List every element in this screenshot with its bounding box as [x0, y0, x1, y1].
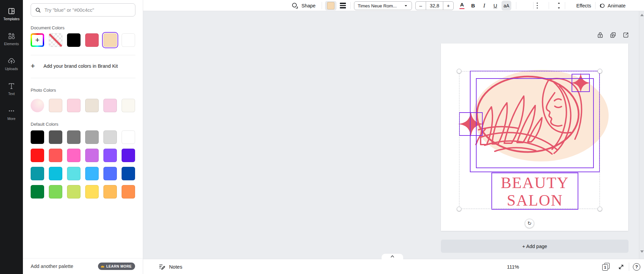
color-swatch[interactable] [49, 99, 62, 112]
color-swatch[interactable] [103, 149, 117, 162]
canva-editor: Templates Elements Uploads Text More Doc… [0, 0, 644, 274]
selection-outline[interactable] [459, 71, 600, 209]
color-swatch[interactable] [67, 99, 80, 112]
learn-more-badge[interactable]: LEARN MORE [98, 263, 135, 270]
color-swatch[interactable] [49, 130, 62, 144]
font-size-value[interactable]: 32,8 [426, 2, 443, 10]
color-swatch[interactable] [31, 185, 44, 199]
sidebar-item-elements[interactable]: Elements [0, 28, 23, 50]
status-bar: Notes 111% 1 ? [143, 259, 644, 274]
selection-actions [597, 31, 630, 39]
move-to-page-icon[interactable] [622, 31, 630, 39]
notes-button[interactable]: Notes [158, 259, 182, 274]
text-color-icon: A [459, 2, 464, 9]
zoom-percent: 111% [507, 259, 519, 274]
lock-icon[interactable] [597, 31, 604, 39]
fill-color-button[interactable] [325, 1, 336, 10]
text-color-button[interactable]: A [457, 1, 467, 10]
font-size-decrease[interactable]: – [416, 2, 426, 10]
color-swatch[interactable] [85, 99, 99, 112]
help-button[interactable]: ? [633, 259, 640, 274]
sidebar-item-templates[interactable]: Templates [0, 3, 23, 25]
border-weight-icon [340, 3, 346, 8]
divider [516, 2, 516, 9]
uppercase-button[interactable]: aA [502, 1, 511, 10]
expand-panel-tab[interactable] [382, 254, 403, 259]
color-search-input[interactable] [44, 7, 131, 13]
color-swatch[interactable] [122, 167, 135, 180]
add-brand-colors-button[interactable]: + Add your brand colors in Brand Kit [31, 60, 135, 72]
default-colors-row-4 [31, 185, 136, 199]
default-colors-row-3 [31, 167, 136, 180]
color-swatch[interactable] [31, 99, 44, 112]
animate-button[interactable]: Animate [599, 0, 625, 11]
shape-label: Shape [301, 3, 316, 8]
color-swatch[interactable] [49, 33, 62, 47]
add-palette-label[interactable]: Add another palette [31, 264, 73, 269]
selection-handle-nw[interactable] [457, 69, 461, 73]
list-button[interactable] [535, 1, 545, 10]
sidebar-item-label: Text [8, 92, 14, 96]
color-swatch[interactable] [103, 33, 117, 47]
font-size-stepper: – 32,8 + [415, 1, 454, 10]
divider [533, 2, 534, 9]
border-style-button[interactable] [340, 0, 346, 11]
sidebar-item-text[interactable]: Text [0, 78, 23, 100]
sidebar-item-label: Templates [3, 17, 20, 21]
sidebar-item-more[interactable]: More [0, 102, 23, 125]
color-swatch[interactable] [122, 99, 135, 112]
color-swatch[interactable] [31, 33, 44, 47]
scroll-down-arrow[interactable] [640, 250, 644, 253]
font-size-increase[interactable]: + [443, 2, 453, 10]
color-swatch[interactable] [122, 149, 135, 162]
color-swatch[interactable] [85, 33, 99, 47]
underline-button[interactable]: U [490, 1, 500, 10]
sidebar-item-uploads[interactable]: Uploads [0, 53, 23, 75]
italic-button[interactable]: I [479, 1, 489, 10]
selection-handle-sw[interactable] [457, 207, 461, 211]
color-swatch[interactable] [85, 167, 99, 180]
color-swatch[interactable] [103, 185, 117, 199]
spacing-button[interactable] [551, 1, 561, 10]
alignment-button[interactable] [518, 1, 528, 10]
color-swatch[interactable] [31, 167, 44, 180]
color-swatch[interactable] [49, 149, 62, 162]
color-swatch[interactable] [85, 185, 99, 199]
vertical-scrollbar[interactable] [639, 11, 644, 259]
add-page-button[interactable]: + Add page [441, 240, 629, 253]
font-family-select[interactable]: Times Neue Rom... [354, 1, 412, 10]
rotate-handle[interactable]: ↻ [525, 219, 534, 228]
color-panel: Document Colors + Add your brand colors … [23, 0, 143, 274]
rotate-icon: ↻ [527, 220, 532, 226]
color-swatch[interactable] [85, 130, 99, 144]
color-swatch[interactable] [31, 149, 44, 162]
color-swatch[interactable] [122, 185, 135, 199]
selection-handle-ne[interactable] [598, 69, 602, 73]
color-swatch[interactable] [67, 185, 80, 199]
color-swatch[interactable] [67, 33, 80, 47]
page-indicator[interactable]: 1 [602, 259, 610, 274]
selection-handle-se[interactable] [598, 207, 602, 211]
elements-icon [7, 32, 15, 40]
duplicate-icon[interactable] [609, 31, 617, 39]
color-swatch[interactable] [67, 149, 80, 162]
color-swatch[interactable] [103, 99, 117, 112]
design-page[interactable]: BEAUTY SALON ↻ [441, 43, 628, 231]
fullscreen-button[interactable] [617, 259, 625, 274]
color-swatch[interactable] [103, 130, 117, 144]
color-swatch[interactable] [67, 130, 80, 144]
color-swatch[interactable] [67, 167, 80, 180]
default-colors-label: Default Colors [31, 122, 58, 127]
color-swatch[interactable] [49, 185, 62, 199]
bold-button[interactable]: B [468, 1, 478, 10]
color-swatch[interactable] [49, 167, 62, 180]
color-swatch[interactable] [31, 130, 44, 144]
shape-button[interactable]: Shape [291, 0, 316, 11]
color-swatch[interactable] [103, 167, 117, 180]
fill-color-swatch [327, 2, 334, 9]
color-swatch[interactable] [122, 130, 135, 144]
color-swatch[interactable] [85, 149, 99, 162]
color-swatch[interactable] [122, 33, 135, 47]
effects-button[interactable]: Effects [576, 0, 591, 11]
scroll-up-arrow[interactable] [640, 14, 644, 16]
